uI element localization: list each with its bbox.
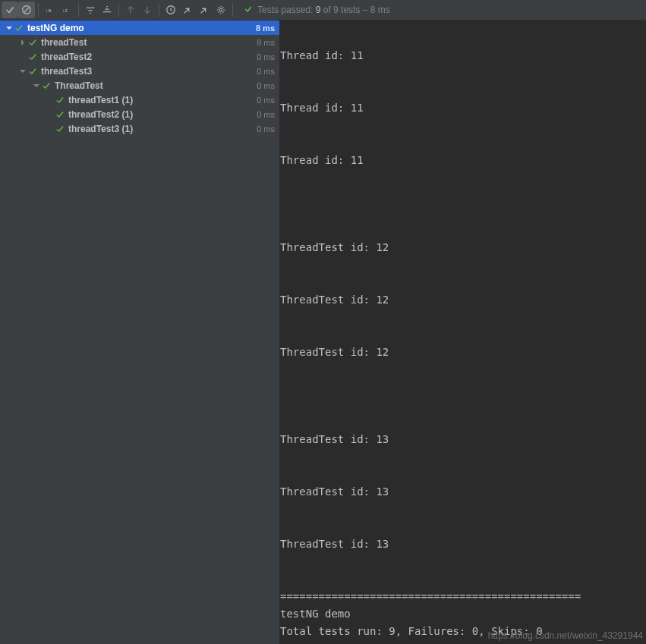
- chevron-right-icon[interactable]: [18, 39, 27, 46]
- tree-row[interactable]: threadTest30 ms: [0, 64, 279, 78]
- tree-item-time: 8 ms: [257, 38, 275, 47]
- tree-item-time: 0 ms: [257, 52, 275, 61]
- tree-item-label: threadTest3: [41, 66, 257, 77]
- tree-row[interactable]: threadTest8 ms: [0, 35, 279, 49]
- tree-item-time: 8 ms: [256, 24, 275, 33]
- chevron-down-icon[interactable]: [5, 24, 14, 32]
- sort-alpha-asc-button[interactable]: ↓a: [42, 2, 58, 18]
- tree-item-time: 0 ms: [257, 81, 275, 90]
- tree-item-time: 0 ms: [257, 110, 275, 119]
- settings-button[interactable]: [213, 2, 229, 18]
- check-icon: [27, 52, 38, 61]
- check-icon: [55, 96, 65, 105]
- tree-item-label: threadTest2 (1): [68, 109, 257, 120]
- chevron-down-icon[interactable]: [32, 82, 41, 90]
- chevron-down-icon[interactable]: [18, 68, 27, 75]
- svg-line-1: [24, 8, 30, 13]
- watermark: https://blog.csdn.net/weixin_43291944: [488, 630, 643, 641]
- duration: – 8 ms: [363, 5, 390, 15]
- tree-row[interactable]: threadTest3 (1)0 ms: [0, 121, 279, 136]
- separator: [159, 3, 159, 17]
- tree-item-time: 0 ms: [257, 67, 275, 76]
- separator: [78, 3, 79, 17]
- sort-alpha-desc-button[interactable]: ↓z: [58, 2, 75, 18]
- tree-item-time: 0 ms: [257, 96, 275, 105]
- separator: [38, 3, 39, 17]
- svg-text:↓z: ↓z: [62, 8, 68, 13]
- total-count: of 9 tests: [323, 5, 361, 15]
- show-ignored-toggle[interactable]: [18, 2, 35, 18]
- export-tests-button[interactable]: [196, 2, 213, 18]
- test-tree[interactable]: testNG demo8 msthreadTest8 msthreadTest2…: [0, 20, 280, 644]
- tree-row[interactable]: ThreadTest0 ms: [0, 78, 279, 93]
- tree-item-time: 0 ms: [257, 124, 275, 134]
- check-icon: [14, 24, 24, 33]
- next-failed-button[interactable]: [139, 2, 156, 18]
- tree-item-label: threadTest2: [41, 52, 257, 62]
- test-history-button[interactable]: [162, 2, 179, 18]
- tree-item-label: testNG demo: [27, 23, 256, 33]
- tree-item-label: threadTest1 (1): [68, 95, 257, 105]
- tree-row[interactable]: threadTest20 ms: [0, 49, 279, 64]
- status-prefix: Tests passed:: [257, 5, 313, 15]
- tree-row[interactable]: threadTest2 (1)0 ms: [0, 107, 279, 121]
- test-status-summary: Tests passed: 9 of 9 tests – 8 ms: [244, 5, 390, 16]
- prev-failed-button[interactable]: [122, 2, 139, 18]
- collapse-all-button[interactable]: [99, 2, 115, 18]
- tree-row[interactable]: testNG demo8 ms: [0, 20, 279, 35]
- separator: [232, 3, 233, 17]
- check-icon: [41, 81, 52, 90]
- expand-all-button[interactable]: [82, 2, 99, 18]
- passed-count: 9: [316, 5, 321, 15]
- show-passed-toggle[interactable]: [2, 2, 18, 18]
- test-toolbar: ↓a ↓z Tests passed: 9 of 9 tests – 8: [0, 0, 646, 20]
- check-icon: [27, 38, 38, 47]
- check-icon: [244, 5, 253, 16]
- separator: [118, 3, 119, 17]
- check-icon: [55, 124, 65, 134]
- tree-row[interactable]: threadTest1 (1)0 ms: [0, 93, 279, 107]
- tree-item-label: threadTest3 (1): [68, 124, 257, 134]
- check-icon: [27, 67, 38, 76]
- svg-point-5: [219, 8, 222, 11]
- tree-item-label: ThreadTest: [55, 80, 257, 91]
- check-icon: [55, 110, 65, 119]
- tree-item-label: threadTest: [41, 37, 257, 48]
- svg-text:↓a: ↓a: [46, 8, 52, 13]
- console-output[interactable]: Thread id: 11 Thread id: 11 Thread id: 1…: [280, 20, 646, 644]
- import-tests-button[interactable]: [179, 2, 196, 18]
